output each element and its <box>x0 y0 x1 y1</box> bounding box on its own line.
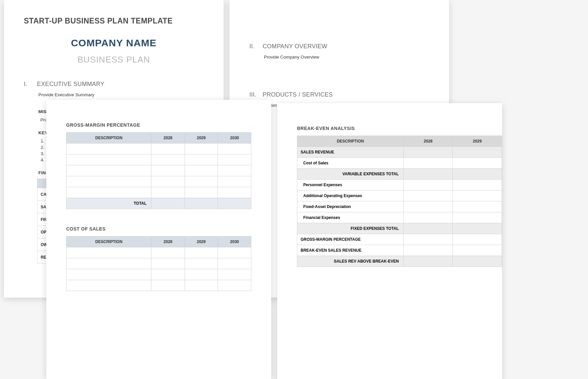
col-header-year: 2030 <box>218 133 251 144</box>
col-header-year: 2029 <box>185 133 218 144</box>
table-row <box>66 187 251 198</box>
col-header-year: 2030 <box>218 236 251 247</box>
table-row: SALES REV ABOVE BREAK-EVEN <box>297 256 502 267</box>
row-label-financial-expenses: Financial Expenses <box>297 212 404 223</box>
row-label-gross-margin-pct: GROSS-MARGIN PERCENTAGE <box>297 234 404 245</box>
table-row <box>66 144 251 154</box>
table-row <box>66 269 251 280</box>
table-row: BREAK-EVEN SALES REVENUE <box>297 245 502 256</box>
section-title: COMPANY OVERVIEW <box>263 43 327 50</box>
table-row <box>66 258 251 269</box>
row-label-variable-expenses-total: VARIABLE EXPENSES TOTAL <box>297 169 404 180</box>
row-label-fixed-expenses-total: FIXED EXPENSES TOTAL <box>297 223 404 234</box>
table-total-row: TOTAL <box>66 198 251 209</box>
row-label-fixed-asset-depreciation: Fixed-Asset Depreciation <box>297 201 404 212</box>
document-title: START-UP BUSINESS PLAN TEMPLATE <box>24 17 204 25</box>
col-header-description: DESCRIPTION <box>66 133 151 144</box>
col-header-year: 2029 <box>453 136 502 147</box>
row-label-break-even-sales-revenue: BREAK-EVEN SALES REVENUE <box>297 245 404 256</box>
table-row: Personnel Expenses <box>297 180 502 190</box>
section-body: Provide Executive Summary <box>38 92 204 97</box>
section-title: PRODUCTS / SERVICES <box>263 91 333 98</box>
row-label-sales-rev-above-break-even: SALES REV ABOVE BREAK-EVEN <box>297 256 404 267</box>
gross-margin-table: DESCRIPTION 2028 2029 2030 TOTAL <box>66 132 251 209</box>
section-heading-company-overview: II. COMPANY OVERVIEW <box>249 43 429 50</box>
col-header-description: DESCRIPTION <box>297 136 404 147</box>
page-3: GROSS-MARGIN PERCENTAGE DESCRIPTION 2028… <box>46 100 271 379</box>
row-label-additional-operating-expenses: Additional Operating Expenses <box>297 190 404 201</box>
col-header-year: 2028 <box>151 236 185 247</box>
section-title: EXECUTIVE SUMMARY <box>37 81 105 88</box>
document-subtitle: BUSINESS PLAN <box>24 55 204 65</box>
table-row: Financial Expenses <box>297 212 502 223</box>
page-4: BREAK-EVEN ANALYSIS DESCRIPTION 2028 202… <box>277 103 502 379</box>
section-number: II. <box>249 43 257 50</box>
table-title-cost-of-sales: COST OF SALES <box>66 226 251 232</box>
table-row: GROSS-MARGIN PERCENTAGE <box>297 234 502 245</box>
row-label-personnel-expenses: Personnel Expenses <box>297 180 404 190</box>
row-label-cost-of-sales: Cost of Sales <box>297 158 404 169</box>
table-row <box>66 165 251 176</box>
table-row <box>66 247 251 258</box>
table-row: Additional Operating Expenses <box>297 190 502 201</box>
table-row: VARIABLE EXPENSES TOTAL <box>297 169 502 180</box>
section-heading-products-services: III. PRODUCTS / SERVICES <box>249 91 429 98</box>
cost-of-sales-table: DESCRIPTION 2028 2029 2030 <box>66 236 251 291</box>
section-body: Provide Company Overview <box>264 55 429 60</box>
table-title-gross-margin: GROSS-MARGIN PERCENTAGE <box>66 122 251 128</box>
row-label-sales-revenue: SALES REVENUE <box>297 147 404 158</box>
col-header-description: DESCRIPTION <box>66 236 151 247</box>
col-header-year: 2029 <box>185 236 218 247</box>
table-row <box>66 154 251 165</box>
table-row <box>66 280 251 291</box>
table-row: Fixed-Asset Depreciation <box>297 201 502 212</box>
section-number: I. <box>24 81 31 88</box>
section-number: III. <box>249 91 257 98</box>
total-label: TOTAL <box>66 198 151 209</box>
table-row <box>66 176 251 187</box>
table-row: SALES REVENUE <box>297 147 502 158</box>
section-heading-executive-summary: I. EXECUTIVE SUMMARY <box>24 81 204 88</box>
company-name: COMPANY NAME <box>24 37 204 49</box>
col-header-year: 2028 <box>403 136 453 147</box>
table-row: FIXED EXPENSES TOTAL <box>297 223 502 234</box>
table-title-break-even: BREAK-EVEN ANALYSIS <box>297 126 502 131</box>
table-row: Cost of Sales <box>297 158 502 169</box>
col-header-year: 2028 <box>151 133 185 144</box>
break-even-table: DESCRIPTION 2028 2029 SALES REVENUE Cost… <box>297 136 502 267</box>
